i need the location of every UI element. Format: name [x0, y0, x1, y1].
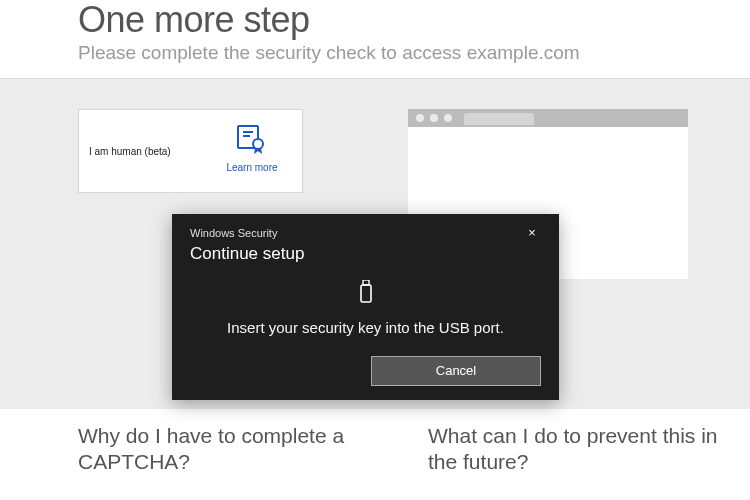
certificate-icon — [225, 122, 279, 156]
windows-security-dialog: Windows Security × Continue setup Insert… — [172, 214, 559, 400]
dialog-titlebar: Windows Security × — [190, 224, 541, 242]
window-dot-icon — [416, 114, 424, 122]
dialog-message: Insert your security key into the USB po… — [190, 318, 541, 338]
cancel-button[interactable]: Cancel — [371, 356, 541, 386]
window-dot-icon — [430, 114, 438, 122]
dialog-heading: Continue setup — [190, 244, 541, 264]
page-subtitle: Please complete the security check to ac… — [78, 42, 750, 64]
svg-point-3 — [253, 139, 263, 149]
dialog-actions: Cancel — [190, 356, 541, 386]
svg-rect-5 — [361, 285, 371, 302]
browser-tab — [464, 113, 534, 125]
captcha-widget[interactable]: I am human (beta) Learn more — [78, 109, 303, 193]
usb-key-icon — [190, 280, 541, 308]
faq-prevent-future: What can I do to prevent this in the fut… — [428, 423, 718, 476]
challenge-area: I am human (beta) Learn more Windo — [0, 79, 750, 409]
page-header: One more step Please complete the securi… — [0, 0, 750, 79]
faq-why-captcha: Why do I have to complete a CAPTCHA? — [78, 423, 368, 476]
page-title: One more step — [78, 0, 750, 40]
captcha-label: I am human (beta) — [89, 146, 171, 157]
browser-titlebar — [408, 109, 688, 127]
close-icon: × — [528, 225, 536, 240]
close-button[interactable]: × — [523, 224, 541, 242]
faq-section: Why do I have to complete a CAPTCHA? Wha… — [0, 409, 750, 476]
captcha-learn-more-link[interactable]: Learn more — [226, 162, 277, 173]
window-dot-icon — [444, 114, 452, 122]
dialog-window-title: Windows Security — [190, 227, 277, 239]
captcha-branding: Learn more — [225, 122, 279, 175]
